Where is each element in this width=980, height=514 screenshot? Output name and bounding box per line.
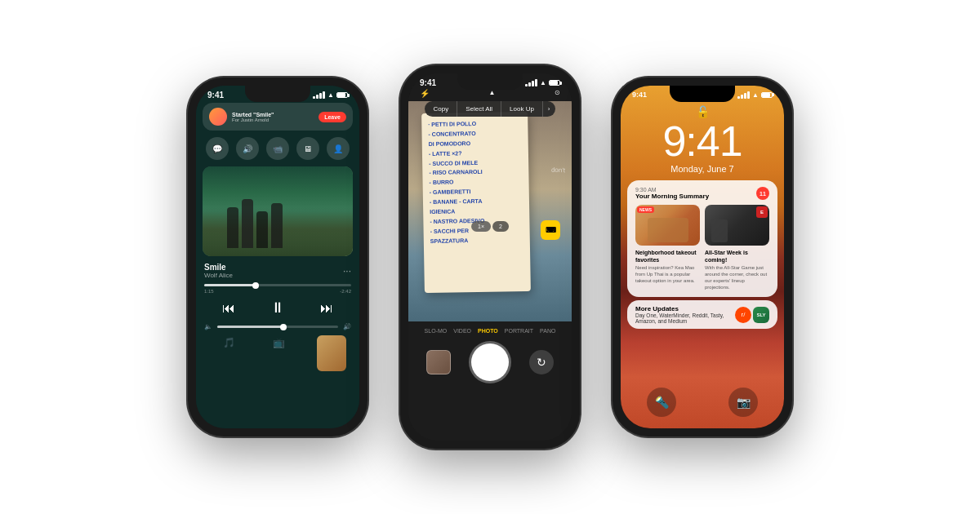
lock-time-display: 9:41: [621, 120, 784, 162]
progress-bar[interactable]: [204, 284, 351, 286]
time-remaining: -2:42: [340, 289, 351, 294]
song-more-button[interactable]: ···: [343, 265, 351, 277]
top-arrow-button[interactable]: ▲: [489, 89, 496, 98]
camera-icon[interactable]: 📹: [266, 137, 289, 160]
facetime-subtitle: For Justin Arnold: [232, 117, 314, 122]
mode-portrait[interactable]: PORTRAIT: [505, 328, 533, 334]
notification-title: Your Morning Summary: [635, 193, 709, 200]
zoom-1x[interactable]: 1×: [471, 221, 491, 232]
facetime-bar[interactable]: Started "Smile" For Justin Arnold Leave: [203, 103, 353, 131]
forward-button[interactable]: ⏭: [320, 301, 333, 316]
song-artist: Wolf Alice: [204, 272, 233, 279]
volume-high-icon: 🔊: [343, 323, 351, 330]
song-details: Smile Wolf Alice: [204, 263, 233, 279]
live-text-button[interactable]: ⌨: [541, 220, 560, 240]
time-elapsed: 1:15: [204, 289, 214, 294]
camera-lock-icon: 📷: [737, 396, 751, 409]
action-icons-row: 💬 🔊 📹 🖥 👤: [196, 134, 359, 163]
signal-2: [525, 79, 537, 86]
notification-badge: 11: [756, 187, 769, 200]
copy-button[interactable]: Copy: [425, 101, 457, 117]
notification-card[interactable]: 9:30 AM Your Morning Summary 11 NEWS: [627, 180, 777, 297]
lock-screen: 9:41 ▲ 🔓 9:41: [621, 86, 784, 428]
facetime-text: Started "Smile" For Justin Arnold: [232, 112, 314, 122]
sly-badge: SLY: [753, 307, 769, 323]
wifi-icon-2: ▲: [540, 79, 546, 86]
volume-low-icon: 🔈: [204, 323, 212, 330]
screen-icon[interactable]: 🖥: [296, 137, 319, 160]
time-labels: 1:15 -2:42: [196, 288, 359, 295]
more-updates-card[interactable]: More Updates Day One, WaterMinder, Reddi…: [627, 300, 777, 329]
status-icons-1: ▲: [313, 91, 348, 99]
status-time-1: 9:41: [207, 91, 224, 100]
phone-lockscreen: 9:41 ▲ 🔓 9:41: [612, 78, 792, 436]
shutter-button[interactable]: [471, 343, 509, 381]
more-updates-content: More Updates Day One, WaterMinder, Reddi…: [635, 305, 730, 324]
album-art: [203, 166, 353, 256]
mode-video[interactable]: VIDEO: [453, 328, 471, 334]
camera-viewfinder: Copy Select All Look Up › · PETTI DI POL…: [408, 101, 572, 321]
select-all-button[interactable]: Select All: [457, 101, 501, 117]
notification-time: 9:30 AM: [635, 187, 709, 193]
rewind-button[interactable]: ⏮: [222, 301, 235, 316]
phone-music: 9:41 ▲: [188, 78, 368, 436]
lock-signal: [737, 91, 750, 99]
flip-camera-button[interactable]: ↻: [529, 350, 554, 374]
article-1[interactable]: NEWS Neighborhood takeout favorites Need…: [635, 205, 700, 290]
volume-track[interactable]: [217, 326, 338, 328]
playback-controls: ⏮ ⏸ ⏭: [196, 295, 359, 321]
notch-1: [245, 86, 310, 102]
wifi-icon-1: ▲: [327, 91, 334, 99]
leave-button[interactable]: Leave: [318, 112, 346, 122]
article-1-headline: Neighborhood takeout favorites: [635, 249, 700, 264]
zoom-2x[interactable]: 2: [492, 221, 509, 232]
more-updates-title: More Updates: [635, 305, 730, 312]
lock-padlock-icon: 🔓: [621, 105, 784, 118]
reddit-icon: r/: [735, 307, 751, 323]
live-photo-button[interactable]: ⊙: [555, 89, 560, 98]
article-2-headline: All-Star Week is coming!: [705, 249, 769, 264]
mode-slomo[interactable]: SLO-MO: [425, 328, 448, 334]
phones-container: 9:41 ▲: [0, 0, 980, 514]
toolbar-arrow[interactable]: ›: [543, 101, 555, 117]
camera-bottom-controls: ↻: [408, 339, 572, 386]
lock-battery: [761, 92, 773, 98]
lock-date-display: Monday, June 7: [621, 164, 784, 174]
signal-1: [313, 91, 325, 99]
music-screen: 9:41 ▲: [196, 86, 359, 428]
speaker-icon[interactable]: 🔊: [236, 137, 259, 160]
battery-1: [336, 92, 348, 98]
toolbar-pill: Copy Select All Look Up ›: [425, 101, 555, 117]
camera-mode-row: SLO-MO VIDEO PHOTO PORTRAIT PANO: [408, 323, 572, 339]
mode-pano[interactable]: PANO: [540, 328, 555, 334]
airplay-icon[interactable]: 📺: [273, 337, 285, 348]
camera-screen: 9:41 ▲ ⚡ ▲: [408, 73, 572, 441]
message-icon[interactable]: 💬: [206, 137, 229, 160]
status-time-2: 9:41: [420, 78, 436, 87]
lock-status-icons: ▲: [737, 91, 773, 99]
facetime-avatar: [209, 108, 227, 126]
notification-header: 9:30 AM Your Morning Summary 11: [635, 187, 769, 200]
flashlight-button[interactable]: 🔦: [647, 388, 676, 417]
lock-time-status: 9:41: [632, 91, 647, 99]
article-2[interactable]: E All-Star Week is coming! With the All-…: [705, 205, 769, 290]
article-1-body: Need inspiration? Kea Mao from Up Thai i…: [635, 265, 700, 284]
phone-camera: 9:41 ▲ ⚡ ▲: [400, 65, 580, 449]
notification-meta: 9:30 AM Your Morning Summary: [635, 187, 709, 200]
flashlight-icon: 🔦: [655, 396, 669, 409]
lock-bottom-controls: 🔦 📷: [621, 388, 784, 417]
facetime-thumbnail: [315, 334, 348, 373]
flash-button[interactable]: ⚡: [420, 89, 430, 98]
mode-photo[interactable]: PHOTO: [478, 328, 498, 334]
status-icons-2: ▲: [525, 79, 560, 86]
more-updates-text: Day One, WaterMinder, Reddit, Tasty, Ama…: [635, 312, 730, 324]
pause-button[interactable]: ⏸: [270, 299, 285, 317]
lyrics-icon[interactable]: 🎵: [223, 337, 235, 348]
more-icon[interactable]: 👤: [327, 137, 350, 160]
article-1-image: NEWS: [635, 205, 700, 246]
note-line-13: SPAZZATURA: [430, 235, 523, 246]
camera-lock-button[interactable]: 📷: [728, 388, 758, 417]
camera-thumbnail[interactable]: [426, 350, 451, 374]
look-up-button[interactable]: Look Up: [501, 101, 543, 117]
volume-bar[interactable]: 🔈 🔊: [204, 323, 351, 330]
